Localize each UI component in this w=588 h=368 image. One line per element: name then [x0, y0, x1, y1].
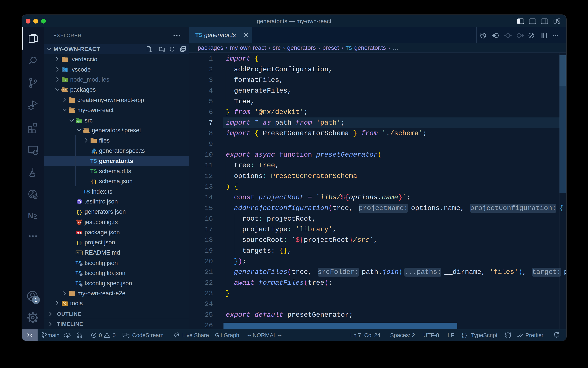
svg-text:js: js	[65, 79, 67, 81]
svg-text:</>: </>	[77, 120, 80, 123]
svg-text:{}: {}	[76, 210, 82, 215]
svg-text:TS: TS	[83, 189, 90, 195]
svg-text:TS: TS	[90, 168, 97, 174]
svg-text:TS: TS	[94, 151, 97, 154]
svg-text:{}: {}	[91, 179, 97, 185]
svg-text:npm: npm	[77, 231, 81, 234]
svg-text:{}: {}	[76, 240, 82, 246]
svg-text:N: N	[28, 212, 33, 220]
svg-text:TS: TS	[90, 158, 97, 164]
